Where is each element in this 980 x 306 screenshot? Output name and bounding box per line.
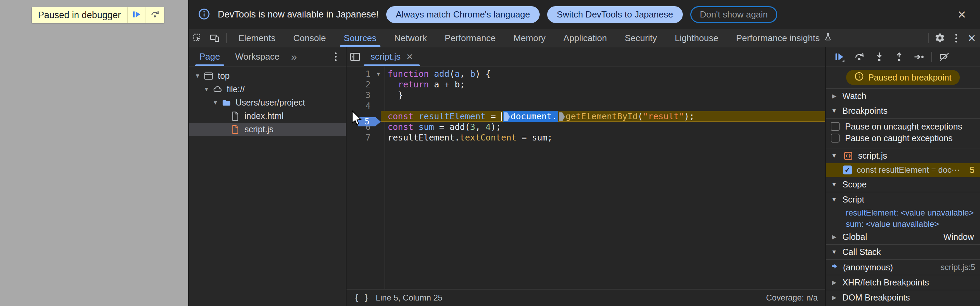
line-number-1[interactable]: 1 bbox=[347, 69, 372, 79]
step-into-icon[interactable] bbox=[870, 49, 888, 64]
call-stack-frame[interactable]: (anonymous) script.js:5 bbox=[826, 260, 980, 275]
resume-icon bbox=[132, 9, 142, 21]
resume-script-icon[interactable] bbox=[831, 49, 848, 64]
pretty-print-icon[interactable]: { } bbox=[354, 293, 369, 303]
device-toolbar-icon[interactable] bbox=[206, 29, 223, 47]
navigator-kebab-icon[interactable] bbox=[328, 49, 343, 64]
breakpoints-options: Pause on uncaught exceptions Pause on ca… bbox=[826, 118, 980, 148]
breakpoint-file-group[interactable]: ▼ script.js bbox=[826, 148, 980, 163]
tree-item-index-html[interactable]: index.html bbox=[189, 109, 346, 123]
selected-expression[interactable]: document. bbox=[503, 111, 558, 122]
section-breakpoints[interactable]: ▼ Breakpoints bbox=[826, 104, 980, 118]
tab-elements[interactable]: Elements bbox=[229, 29, 284, 47]
section-scope[interactable]: ▼ Scope bbox=[826, 177, 980, 192]
pause-uncaught-exceptions-row[interactable]: Pause on uncaught exceptions bbox=[826, 121, 980, 132]
devtools-tabbar: Elements Console Sources Network Perform… bbox=[189, 29, 980, 47]
chevron-down-icon[interactable]: ▼ bbox=[192, 73, 203, 80]
tab-lighthouse[interactable]: Lighthouse bbox=[666, 29, 727, 47]
inline-breakpoint-marker[interactable] bbox=[504, 112, 510, 121]
line-number-3[interactable]: 3 bbox=[347, 91, 372, 100]
switch-to-japanese-button[interactable]: Switch DevTools to Japanese bbox=[547, 6, 683, 23]
paused-badge-row: Paused on breakpoint bbox=[826, 67, 980, 88]
tab-application[interactable]: Application bbox=[554, 29, 616, 47]
editor-pane: script.js ✕ 1▼function add(a, b) {2 retu… bbox=[347, 47, 825, 306]
tab-console[interactable]: Console bbox=[284, 29, 334, 47]
navigator-tab-page[interactable]: Page bbox=[192, 47, 228, 66]
tab-sources[interactable]: Sources bbox=[335, 29, 385, 47]
scope-variable-resultelement[interactable]: resultElement: <value unavailable> bbox=[826, 207, 980, 218]
scope-group-global[interactable]: ▶ Global Window bbox=[826, 230, 980, 244]
tab-security[interactable]: Security bbox=[616, 29, 666, 47]
step-over-button-banner[interactable] bbox=[146, 7, 164, 23]
mouse-cursor bbox=[351, 110, 362, 128]
inspect-element-icon[interactable] bbox=[189, 29, 206, 47]
chevron-right-icon: ▶ bbox=[830, 233, 838, 241]
more-tabs-chevron-icon[interactable]: » bbox=[287, 51, 301, 63]
checkbox-unchecked[interactable] bbox=[831, 134, 840, 143]
section-dom-breakpoints[interactable]: ▶ DOM Breakpoints bbox=[826, 290, 980, 305]
infobar-close-icon[interactable]: ✕ bbox=[952, 8, 971, 21]
chevron-down-icon: ▼ bbox=[830, 196, 838, 203]
step-over-icon[interactable] bbox=[851, 49, 869, 64]
breakpoint-entry[interactable]: ✓ const resultElement = doc⋯ 5 bbox=[826, 163, 980, 177]
tab-performance-insights[interactable]: Performance insights bbox=[727, 29, 842, 47]
settings-gear-icon[interactable] bbox=[931, 29, 948, 47]
tree-item-script-js[interactable]: script.js bbox=[189, 123, 346, 136]
code-line-6: 6const sum = add(3, 4); bbox=[347, 122, 825, 132]
debugger-sidebar: Paused on breakpoint ▶ Watch ▼ Breakpoin… bbox=[825, 47, 980, 306]
code-text: return a + b; bbox=[385, 80, 465, 89]
code-editor[interactable]: 1▼function add(a, b) {2 return a + b;3 }… bbox=[347, 67, 825, 289]
tree-item-users-user-project[interactable]: ▼Users/user/project bbox=[189, 96, 346, 109]
code-line-2: 2 return a + b; bbox=[347, 79, 825, 90]
chevron-down-icon: ▼ bbox=[830, 153, 838, 159]
tab-network[interactable]: Network bbox=[385, 29, 436, 47]
paused-banner-label: Paused in debugger bbox=[32, 7, 127, 23]
checkbox-unchecked[interactable] bbox=[831, 122, 840, 131]
cloud-icon bbox=[212, 84, 223, 94]
chevron-down-icon: ▼ bbox=[830, 108, 838, 115]
step-over-icon bbox=[150, 9, 160, 21]
paused-on-breakpoint-badge: Paused on breakpoint bbox=[846, 70, 959, 85]
toolbar-divider bbox=[928, 33, 929, 43]
paused-in-debugger-banner: Paused in debugger bbox=[32, 7, 164, 23]
checkbox-checked[interactable]: ✓ bbox=[843, 166, 852, 174]
sources-panel: Page Workspace » ▼top▼file://▼Users/user… bbox=[189, 47, 980, 306]
scope-variable-sum[interactable]: sum: <value unavailable> bbox=[826, 218, 980, 230]
navigator-tab-workspace[interactable]: Workspace bbox=[228, 47, 287, 66]
scope-group-script[interactable]: ▼ Script bbox=[826, 192, 980, 207]
deactivate-breakpoints-icon[interactable] bbox=[935, 49, 953, 64]
more-options-kebab-icon[interactable] bbox=[948, 30, 964, 46]
always-match-language-button[interactable]: Always match Chrome's language bbox=[386, 6, 540, 23]
tab-performance[interactable]: Performance bbox=[436, 29, 505, 47]
editor-tab-scriptjs[interactable]: script.js ✕ bbox=[364, 47, 420, 66]
infobar-message: DevTools is now available in Japanese! bbox=[218, 9, 379, 20]
info-icon bbox=[198, 8, 210, 22]
devtools-close-icon[interactable]: ✕ bbox=[964, 32, 980, 44]
tree-item-file-[interactable]: ▼file:// bbox=[189, 83, 346, 96]
tab-memory[interactable]: Memory bbox=[504, 29, 554, 47]
inline-breakpoint-marker[interactable] bbox=[559, 112, 565, 121]
pause-caught-exceptions-row[interactable]: Pause on caught exceptions bbox=[826, 132, 980, 144]
line-number-7[interactable]: 7 bbox=[347, 133, 372, 143]
file-js-icon bbox=[229, 124, 241, 135]
global-scope-value: Window bbox=[943, 232, 976, 242]
fold-arrow-icon[interactable]: ▼ bbox=[372, 70, 385, 77]
tabbar-right-controls: ✕ bbox=[925, 29, 980, 47]
dont-show-again-button[interactable]: Don't show again bbox=[690, 6, 778, 23]
active-frame-arrow-icon bbox=[831, 262, 839, 273]
line-number-4[interactable]: 4 bbox=[347, 101, 372, 111]
section-call-stack[interactable]: ▼ Call Stack bbox=[826, 244, 980, 260]
chevron-down-icon[interactable]: ▼ bbox=[201, 86, 212, 93]
step-icon[interactable] bbox=[910, 49, 928, 64]
section-xhr-breakpoints[interactable]: ▶ XHR/fetch Breakpoints bbox=[826, 275, 980, 290]
tree-item-top[interactable]: ▼top bbox=[189, 69, 346, 83]
line-number-2[interactable]: 2 bbox=[347, 80, 372, 89]
step-out-icon[interactable] bbox=[890, 49, 908, 64]
resume-script-button[interactable] bbox=[127, 7, 146, 23]
code-line-7: 7resultElement.textContent = sum; bbox=[347, 132, 825, 143]
hide-navigator-icon[interactable] bbox=[347, 47, 364, 66]
section-watch[interactable]: ▶ Watch bbox=[826, 88, 980, 104]
tab-close-icon[interactable]: ✕ bbox=[406, 52, 413, 62]
navigator-tabbar: Page Workspace » bbox=[189, 47, 346, 67]
chevron-down-icon[interactable]: ▼ bbox=[210, 99, 221, 106]
